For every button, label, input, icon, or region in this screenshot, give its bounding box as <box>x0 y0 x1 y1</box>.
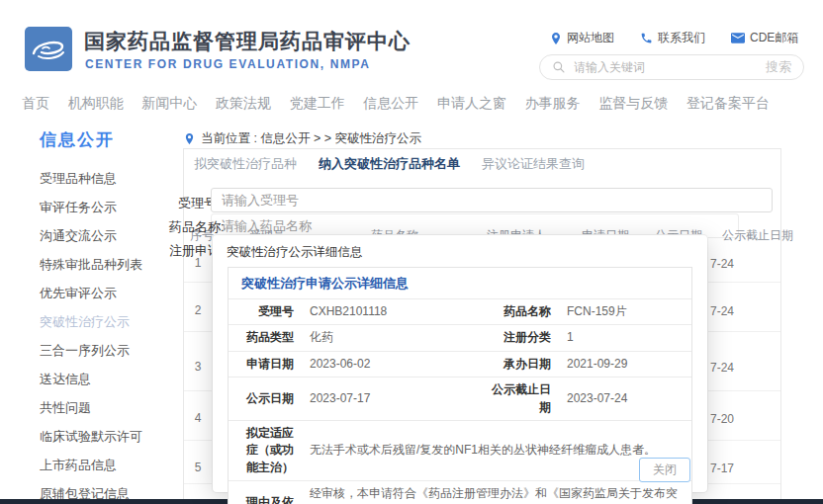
modal-section-title: 突破性治疗申请公示详细信息 <box>229 268 691 298</box>
table-row-deadline: 7-24 <box>710 257 734 271</box>
detail-table: 受理号 CXHB2101118 药品名称 FCN-159片 药品类型 化药 注册… <box>229 298 691 504</box>
nav-item-supervision[interactable]: 监督与反馈 <box>598 95 668 113</box>
sidebar-item-communication[interactable]: 沟通交流公示 <box>40 229 178 242</box>
modal-title: 突破性治疗公示详细信息 <box>213 235 707 267</box>
sidebar-item-priority-review[interactable]: 优先审评公示 <box>40 287 178 299</box>
table-row: 公示日期 2023-07-17 公示截止日期 2023-07-24 <box>229 378 691 421</box>
cde-swirl-icon <box>30 33 67 66</box>
nav-item-info-disclosure[interactable]: 信息公开 <box>363 95 418 113</box>
modal-detail-box: 突破性治疗申请公示详细信息 受理号 CXHB2101118 药品名称 FCN-1… <box>228 267 692 504</box>
field-value: CXHB2101118 <box>302 299 478 325</box>
tab-bar: 拟突破性治疗品种 纳入突破性治疗品种名单 异议论证结果查询 <box>194 155 585 173</box>
field-label: 公示截止日期 <box>478 378 559 421</box>
sitemap-link[interactable]: 网站地图 <box>550 30 614 46</box>
nav-item-news[interactable]: 新闻中心 <box>141 95 197 113</box>
table-row-index[interactable]: 5 <box>191 461 205 474</box>
table-row-deadline: 7-17 <box>710 462 734 475</box>
tab-objection-results[interactable]: 异议论证结果查询 <box>482 155 585 173</box>
main-nav: 首页 机构职能 新闻中心 政策法规 党建工作 信息公开 申请人之窗 办事服务 监… <box>0 89 791 119</box>
field-label: 承办日期 <box>478 351 559 377</box>
field-label: 公示日期 <box>229 378 302 421</box>
table-row-index[interactable]: 3 <box>191 360 205 374</box>
table-row: 理由及依据 经审核，本申请符合《药品注册管理办法》和《国家药监局关于发布突破性治… <box>229 481 691 504</box>
sitemap-label: 网站地图 <box>567 30 614 46</box>
close-button[interactable]: 关闭 <box>639 458 690 482</box>
nav-item-applicant-window[interactable]: 申请人之窗 <box>437 95 506 113</box>
field-label: 药品名称 <box>478 299 559 325</box>
sidebar-item-clinical-trial-license[interactable]: 临床试验默示许可 <box>40 430 178 443</box>
nav-item-registration-platform[interactable]: 登记备案平台 <box>686 95 770 113</box>
search-icon <box>552 60 566 74</box>
field-value: 1 <box>559 325 691 351</box>
sidebar-item-special-approval[interactable]: 特殊审批品种列表 <box>40 258 178 271</box>
field-value: 2023-07-24 <box>559 378 691 421</box>
field-label: 受理号 <box>229 299 302 325</box>
nav-item-services[interactable]: 办事服务 <box>525 95 581 113</box>
mail-icon <box>731 33 745 43</box>
table-row: 药品类型 化药 注册分类 1 <box>229 325 691 351</box>
table-row-deadline: 7-24 <box>710 361 734 375</box>
table-row-deadline: 7-24 <box>710 304 734 318</box>
mailbox-label: CDE邮箱 <box>750 30 798 46</box>
mailbox-link[interactable]: CDE邮箱 <box>731 30 798 46</box>
nav-item-home[interactable]: 首页 <box>22 95 49 113</box>
table-row: 受理号 CXHB2101118 药品名称 FCN-159片 <box>229 299 691 325</box>
site-subtitle: CENTER FOR DRUG EVALUATION, NMPA <box>85 57 371 71</box>
field-value: 化药 <box>302 325 478 351</box>
search-input[interactable] <box>574 60 758 74</box>
reason-value: 经审核，本申请符合《药品注册管理办法》和《国家药监局关于发布突破性治疗药物审评工… <box>302 481 691 504</box>
breadcrumb-text: 当前位置 : 信息公开 > > 突破性治疗公示 <box>201 130 421 147</box>
header-search: 搜索 <box>539 54 804 80</box>
reason-label: 理由及依据 <box>229 481 302 504</box>
field-value: 2023-07-17 <box>302 378 478 421</box>
table-row: 申请日期 2023-06-02 承办日期 2021-09-29 <box>229 351 691 377</box>
header-quick-links: 网站地图 联系我们 CDE邮箱 <box>550 30 798 46</box>
field-value: 2021-09-29 <box>559 351 691 377</box>
table-row: 拟定适应症（或功能主治） 无法手术或术后残留/复发的NF1相关的丛状神经纤维瘤成… <box>229 420 691 480</box>
table-row-deadline: 7-20 <box>710 412 734 426</box>
location-pin-icon <box>550 32 562 45</box>
indication-value: 无法手术或术后残留/复发的NF1相关的丛状神经纤维瘤成人患者。 <box>302 420 691 480</box>
field-label: 注册分类 <box>478 325 559 351</box>
contact-link[interactable]: 联系我们 <box>640 30 705 46</box>
phone-icon <box>640 32 653 44</box>
field-label: 申请日期 <box>229 351 302 377</box>
table-row-index[interactable]: 4 <box>191 411 205 425</box>
nav-item-functions[interactable]: 机构职能 <box>68 95 124 113</box>
drug-name-label: 药品名称: <box>169 218 225 236</box>
sidebar-item-three-in-one[interactable]: 三合一序列公示 <box>40 344 178 357</box>
contact-label: 联系我们 <box>658 30 705 46</box>
sidebar-item-breakthrough-therapy[interactable]: 突破性治疗公示 <box>40 315 178 328</box>
breakthrough-detail-modal: 突破性治疗公示详细信息 突破性治疗申请公示详细信息 受理号 CXHB210111… <box>213 235 707 492</box>
acceptance-no-input[interactable] <box>211 188 773 212</box>
sidebar-item-accepted-varieties[interactable]: 受理品种信息 <box>40 172 178 185</box>
sidebar: 信息公开 受理品种信息 审评任务公示 沟通交流公示 特殊审批品种列表 优先审评公… <box>40 128 178 504</box>
sidebar-item-marketed-drugs[interactable]: 上市药品信息 <box>40 459 178 471</box>
search-button[interactable]: 搜索 <box>766 58 791 76</box>
field-value: 2023-06-02 <box>302 351 478 377</box>
indication-label: 拟定适应症（或功能主治） <box>229 420 302 480</box>
sidebar-title: 信息公开 <box>40 128 178 151</box>
col-header-deadline: 公示截止日期 <box>722 227 793 244</box>
sidebar-item-review-tasks[interactable]: 审评任务公示 <box>40 201 178 213</box>
cde-logo[interactable] <box>25 27 72 71</box>
tab-included-breakthrough-list[interactable]: 纳入突破性治疗品种名单 <box>319 155 460 173</box>
location-pin-icon <box>184 132 195 145</box>
nav-item-policy[interactable]: 政策法规 <box>216 95 271 113</box>
site-title: 国家药品监督管理局药品审评中心 <box>84 28 411 55</box>
field-label: 药品类型 <box>229 325 302 351</box>
field-value: FCN-159片 <box>559 299 691 325</box>
table-row-index[interactable]: 2 <box>191 303 205 317</box>
nav-item-party[interactable]: 党建工作 <box>290 95 345 113</box>
tab-proposed-breakthrough[interactable]: 拟突破性治疗品种 <box>194 155 297 173</box>
sidebar-item-common-issues[interactable]: 共性问题 <box>40 401 178 414</box>
breadcrumb: 当前位置 : 信息公开 > > 突破性治疗公示 <box>184 130 421 147</box>
page: 国家药品监督管理局药品审评中心 CENTER FOR DRUG EVALUATI… <box>0 0 823 504</box>
sidebar-item-delivery-info[interactable]: 送达信息 <box>40 373 178 385</box>
